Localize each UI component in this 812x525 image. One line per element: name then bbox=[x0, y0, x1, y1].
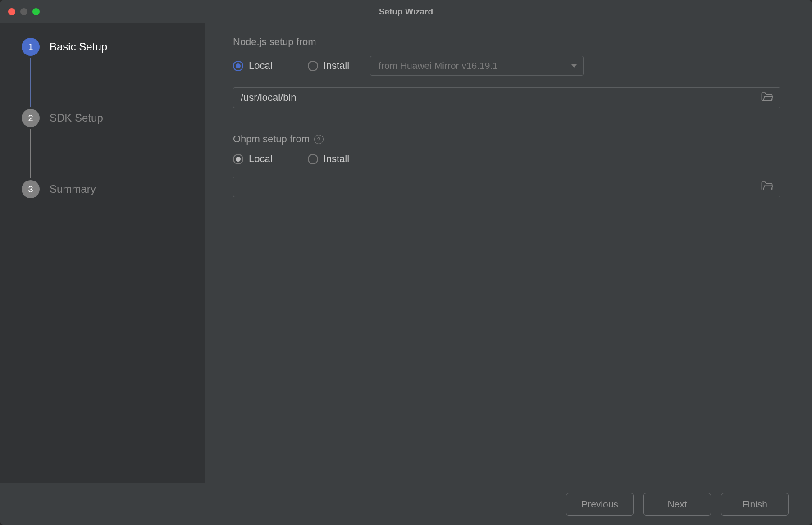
window-title: Setup Wizard bbox=[0, 7, 812, 17]
nodejs-radio-row: Local Install from Huawei Mirror v16.19.… bbox=[233, 56, 784, 76]
step-label: Basic Setup bbox=[50, 41, 107, 53]
ohpm-path-field-row bbox=[233, 177, 780, 197]
minimize-icon[interactable] bbox=[20, 8, 27, 15]
step-label: SDK Setup bbox=[50, 112, 103, 124]
folder-open-icon[interactable] bbox=[761, 92, 773, 104]
sidebar-step-basic-setup[interactable]: 1 Basic Setup bbox=[0, 36, 205, 58]
ohpm-title-text: Ohpm setup from bbox=[233, 133, 310, 145]
wizard-window: Setup Wizard 1 Basic Setup 2 SDK Setup 3… bbox=[0, 0, 812, 525]
select-value: from Huawei Mirror v16.19.1 bbox=[379, 60, 498, 71]
ohpm-path-input[interactable] bbox=[241, 181, 761, 193]
radio-icon bbox=[233, 61, 243, 71]
step-number-circle: 3 bbox=[22, 180, 40, 198]
radio-label: Local bbox=[249, 60, 273, 72]
footer: Previous Next Finish bbox=[0, 483, 812, 525]
nodejs-title-text: Node.js setup from bbox=[233, 36, 316, 48]
nodejs-radio-local[interactable]: Local bbox=[233, 60, 273, 72]
zoom-icon[interactable] bbox=[32, 8, 40, 15]
nodejs-install-source-select[interactable]: from Huawei Mirror v16.19.1 bbox=[370, 56, 584, 76]
close-icon[interactable] bbox=[8, 8, 15, 15]
main-panel: Node.js setup from Local Install from Hu… bbox=[205, 23, 812, 483]
step-connector bbox=[30, 129, 205, 178]
radio-icon bbox=[308, 154, 318, 164]
sidebar-step-summary[interactable]: 3 Summary bbox=[0, 178, 205, 200]
radio-label: Local bbox=[249, 153, 273, 165]
ohpm-radio-row: Local Install bbox=[233, 153, 784, 165]
folder-open-icon[interactable] bbox=[761, 181, 773, 193]
previous-button[interactable]: Previous bbox=[566, 493, 634, 516]
step-number-circle: 1 bbox=[22, 38, 40, 56]
traffic-lights bbox=[8, 8, 40, 15]
radio-icon bbox=[308, 61, 318, 71]
step-label: Summary bbox=[50, 183, 96, 195]
nodejs-path-input[interactable] bbox=[241, 92, 761, 104]
step-connector bbox=[30, 58, 205, 107]
chevron-down-icon bbox=[571, 64, 577, 68]
nodejs-section-title: Node.js setup from bbox=[233, 36, 784, 48]
radio-label: Install bbox=[324, 153, 349, 165]
ohpm-radio-local[interactable]: Local bbox=[233, 153, 273, 165]
next-button[interactable]: Next bbox=[643, 493, 711, 516]
titlebar: Setup Wizard bbox=[0, 0, 812, 23]
radio-icon bbox=[233, 154, 243, 164]
ohpm-section-title: Ohpm setup from ? bbox=[233, 133, 784, 145]
step-number-circle: 2 bbox=[22, 109, 40, 127]
help-icon[interactable]: ? bbox=[314, 135, 324, 144]
sidebar-step-sdk-setup[interactable]: 2 SDK Setup bbox=[0, 107, 205, 129]
sidebar: 1 Basic Setup 2 SDK Setup 3 Summary bbox=[0, 23, 205, 483]
radio-label: Install bbox=[324, 60, 349, 72]
finish-button[interactable]: Finish bbox=[721, 493, 789, 516]
nodejs-radio-install[interactable]: Install bbox=[308, 60, 349, 72]
nodejs-path-field-row bbox=[233, 87, 780, 108]
ohpm-radio-install[interactable]: Install bbox=[308, 153, 349, 165]
wizard-body: 1 Basic Setup 2 SDK Setup 3 Summary Node… bbox=[0, 23, 812, 483]
